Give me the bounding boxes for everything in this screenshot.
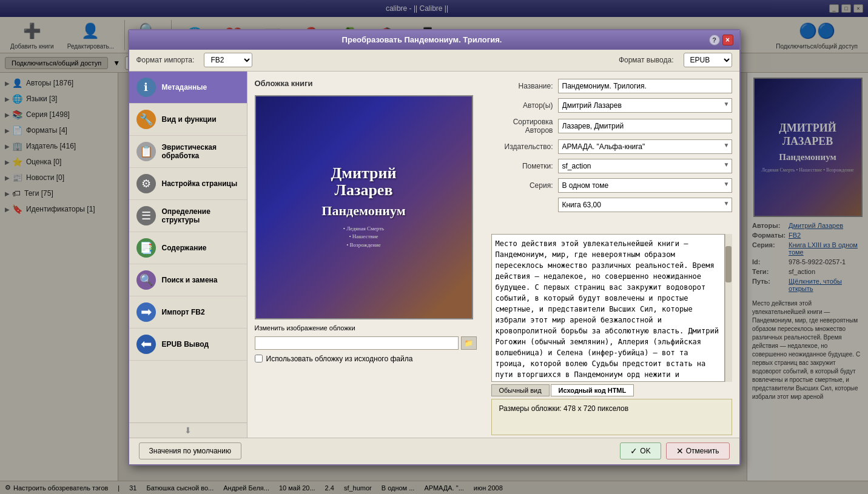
sort-authors-row: Сортировка Авторов — [491, 118, 732, 135]
book-cover-image: ДмитрийЛазарев Пандемониум • Ледяная Сме… — [255, 95, 473, 319]
format-import-label: Формат импорта: — [136, 56, 195, 64]
title-input[interactable] — [558, 79, 732, 93]
format-output-select[interactable]: EPUB — [684, 53, 732, 67]
cover-size-info: Размеры обложки: 478 x 720 пикселов — [491, 399, 732, 435]
structure-icon: ☰ — [136, 206, 156, 225]
view-icon: 🔧 — [136, 110, 156, 129]
sort-authors-input[interactable] — [558, 119, 732, 133]
defaults-label: Значения по умолчанию — [149, 447, 231, 455]
modal-title: Преобразовать Пандемониум. Трилогия. — [135, 35, 709, 44]
format-import-select[interactable]: FB2 — [204, 53, 252, 67]
tab-normal-view[interactable]: Обычный вид — [491, 384, 550, 396]
modal-sidebar-toc[interactable]: 📑 Содержание — [129, 232, 247, 264]
metadata-icon: ℹ — [136, 78, 156, 97]
cover-checkbox-label: Использовать обложку из исходного файла — [266, 355, 413, 363]
footer-right: ✓ OK ✕ Отменить — [620, 442, 729, 459]
modal-sidebar-fb2[interactable]: ➡ Импорт FB2 — [129, 296, 247, 329]
cover-change-row: Изменить изображение обложки — [255, 324, 477, 332]
defaults-button[interactable]: Значения по умолчанию — [139, 442, 241, 459]
book-num-select[interactable]: Книга 63,00 — [558, 198, 732, 212]
modal-content: Обложка книги ДмитрийЛазарев Пандемониум… — [247, 72, 739, 438]
publisher-select[interactable]: АРМАДА. "Альфа-книга" — [558, 139, 732, 154]
search-replace-label: Поиск и замена — [162, 276, 218, 284]
cover-input-row: 📁 — [255, 336, 477, 350]
cancel-icon: ✕ — [676, 446, 684, 456]
modal-sidebar-epub[interactable]: ⬅ EPUB Вывод — [129, 329, 247, 361]
ok-button[interactable]: ✓ OK — [620, 442, 661, 459]
series-select[interactable]: В одном томе — [558, 178, 732, 193]
convert-modal: Преобразовать Пандемониум. Трилогия. ? ×… — [128, 29, 741, 466]
modal-sidebar-page[interactable]: ⚙ Настройка страницы — [129, 168, 247, 200]
book-cover-title-text: Пандемониум — [321, 203, 405, 219]
cover-size-text: Размеры обложки: 478 x 720 пикселов — [499, 404, 724, 413]
tags-field-label: Пометки: — [491, 162, 558, 170]
cancel-label: Отменить — [686, 447, 719, 455]
footer-left: Значения по умолчанию — [139, 442, 241, 459]
modal-overlay: Преобразовать Пандемониум. Трилогия. ? ×… — [0, 0, 868, 494]
heuristic-icon: 📋 — [136, 142, 156, 161]
toc-label: Содержание — [162, 244, 207, 252]
format-output-label: Формат вывода: — [619, 56, 674, 64]
modal-sidebar-scroll: ℹ Метаданные 🔧 Вид и функции 📋 Эвристиче… — [129, 72, 247, 422]
book-cover-subtitle-text: • Ледяная Смерть • Нашествие • Возрожден… — [321, 225, 405, 250]
metadata-area: Обложка книги ДмитрийЛазарев Пандемониум… — [247, 72, 739, 438]
title-field-label: Название: — [491, 82, 558, 90]
sidebar-scroll-indicator: ⬇ — [129, 422, 247, 438]
epub-output-icon: ⬅ — [136, 335, 156, 354]
publisher-select-wrap: АРМАДА. "Альфа-книга" ▼ — [558, 139, 732, 154]
cover-change-label: Изменить изображение обложки — [255, 324, 355, 332]
authors-field-label: Автор(ы) — [491, 101, 558, 110]
publisher-field-label: Издательство: — [491, 142, 558, 151]
book-cover-author-text: ДмитрийЛазарев — [321, 165, 405, 199]
modal-sidebar-metadata[interactable]: ℹ Метаданные — [129, 72, 247, 104]
tags-row: Пометки: sf_action ▼ — [491, 159, 732, 173]
view-label: Вид и функции — [162, 115, 217, 124]
description-scrollbar[interactable] — [725, 234, 732, 382]
modal-controls: ? × — [709, 35, 733, 45]
series-field-label: Серия: — [491, 181, 558, 190]
tags-select[interactable]: sf_action — [558, 159, 732, 173]
metadata-form: Название: Автор(ы) Дмитрий Лазарев ▼ — [484, 72, 739, 234]
authors-select[interactable]: Дмитрий Лазарев — [558, 98, 732, 113]
cover-section: Обложка книги ДмитрийЛазарев Пандемониум… — [247, 72, 484, 438]
cover-path-input[interactable] — [255, 336, 459, 350]
book-num-row: Книга 63,00 ▼ — [491, 198, 732, 212]
description-tabs: Обычный вид Исходный код HTML — [491, 384, 732, 396]
modal-sidebar-view[interactable]: 🔧 Вид и функции — [129, 104, 247, 136]
series-select-wrap: В одном томе ▼ — [558, 178, 732, 193]
series-row: Серия: В одном томе ▼ — [491, 178, 732, 193]
tab-html-source[interactable]: Исходный код HTML — [551, 384, 634, 396]
ok-icon: ✓ — [630, 446, 638, 456]
ok-label: OK — [640, 447, 650, 455]
structure-label: Определение структуры — [162, 207, 240, 224]
book-num-select-wrap: Книга 63,00 ▼ — [558, 198, 732, 212]
title-row: Название: — [491, 79, 732, 93]
use-source-cover-checkbox[interactable] — [255, 355, 263, 362]
modal-body: ℹ Метаданные 🔧 Вид и функции 📋 Эвристиче… — [129, 72, 739, 438]
heuristic-label: Эвристическая обработка — [162, 143, 240, 160]
epub-output-label: EPUB Вывод — [162, 340, 209, 349]
page-icon: ⚙ — [136, 174, 156, 193]
authors-select-wrap: Дмитрий Лазарев ▼ — [558, 98, 732, 113]
search-replace-icon: 🔍 — [136, 270, 156, 290]
description-textarea[interactable]: Место действия этой увлекательнейшей кни… — [491, 234, 725, 382]
sort-authors-label: Сортировка Авторов — [491, 118, 558, 135]
modal-close-button[interactable]: × — [722, 35, 733, 45]
description-container: Место действия этой увлекательнейшей кни… — [491, 234, 732, 382]
modal-sidebar-structure[interactable]: ☰ Определение структуры — [129, 200, 247, 232]
cancel-button[interactable]: ✕ Отменить — [666, 442, 730, 459]
modal-sidebar-search[interactable]: 🔍 Поиск и замена — [129, 264, 247, 296]
modal-format-bar: Формат импорта: FB2 Формат вывода: EPUB — [129, 50, 739, 72]
authors-row: Автор(ы) Дмитрий Лазарев ▼ — [491, 98, 732, 113]
form-and-desc: Название: Автор(ы) Дмитрий Лазарев ▼ — [484, 72, 739, 438]
modal-sidebar-heuristic[interactable]: 📋 Эвристическая обработка — [129, 136, 247, 168]
cover-section-title: Обложка книги — [255, 79, 477, 88]
modal-help-button[interactable]: ? — [709, 35, 720, 45]
fb2-import-label: Импорт FB2 — [162, 308, 205, 316]
tags-select-wrap: sf_action ▼ — [558, 159, 732, 173]
fb2-import-icon: ➡ — [136, 302, 156, 322]
book-cover-content: ДмитрийЛазарев Пандемониум • Ледяная Сме… — [321, 165, 405, 250]
cover-browse-button[interactable]: 📁 — [461, 336, 477, 350]
modal-titlebar: Преобразовать Пандемониум. Трилогия. ? × — [129, 30, 739, 50]
scrollbar-thumb — [725, 246, 732, 282]
